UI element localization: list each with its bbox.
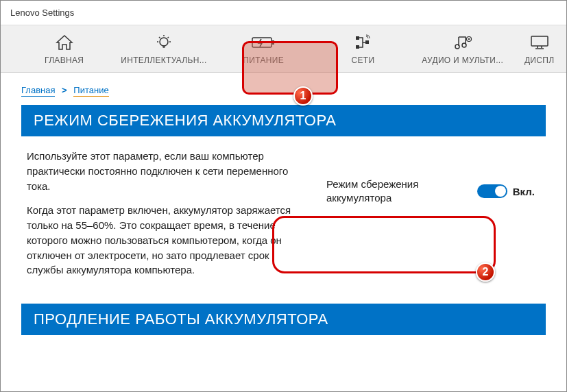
svg-rect-4	[356, 45, 359, 49]
home-icon	[56, 34, 73, 51]
tab-label: ГЛАВНАЯ	[45, 56, 84, 65]
breadcrumb: Главная > Питание	[21, 85, 546, 95]
svg-point-6	[455, 45, 459, 49]
battery-icon	[252, 34, 275, 51]
tab-label: ПИТАНИЕ	[243, 56, 284, 65]
window-title: Lenovo Settings	[10, 8, 74, 18]
tab-home[interactable]: ГЛАВНАЯ	[14, 25, 114, 72]
network-icon	[353, 34, 372, 51]
tab-label: ИНТЕЛЛЕКТУАЛЬН...	[121, 56, 206, 65]
app-window: Lenovo Settings ГЛАВНАЯ ИНТЕЛЛЕКТУАЛЬН..…	[0, 0, 567, 392]
svg-point-9	[468, 38, 469, 40]
section-battery-conservation-body: Используйте этот параметр, если ваш комп…	[21, 136, 546, 304]
tab-bar: ГЛАВНАЯ ИНТЕЛЛЕКТУАЛЬН... ПИТАНИЕ СЕТИ А…	[1, 25, 566, 73]
breadcrumb-separator: >	[62, 85, 67, 95]
switch-state-label: Вкл.	[513, 186, 535, 197]
tab-audio[interactable]: АУДИО И МУЛЬТИ...	[413, 25, 512, 72]
tab-smart[interactable]: ИНТЕЛЛЕКТУАЛЬН...	[114, 25, 213, 72]
tab-power[interactable]: ПИТАНИЕ	[214, 25, 313, 72]
battery-conservation-toggle-row: Режим сбережения аккумулятора Вкл.	[321, 173, 540, 210]
svg-point-0	[160, 38, 168, 46]
tab-label: ДИСПЛ	[524, 56, 554, 65]
tab-label: АУДИО И МУЛЬТИ...	[422, 56, 503, 65]
audio-icon	[453, 34, 472, 51]
svg-rect-5	[365, 40, 369, 44]
toggle-label: Режим сбережения аккумулятора	[326, 177, 465, 206]
window-titlebar: Lenovo Settings	[1, 1, 566, 25]
switch-knob	[495, 186, 506, 197]
display-icon	[530, 34, 549, 51]
breadcrumb-home-link[interactable]: Главная	[21, 85, 55, 97]
section-battery-conservation-header: РЕЖИМ СБЕРЕЖЕНИЯ АККУМУЛЯТОРА	[21, 105, 546, 136]
toggle-panel: Режим сбережения аккумулятора Вкл.	[321, 149, 540, 287]
content-area: Главная > Питание РЕЖИМ СБЕРЕЖЕНИЯ АККУМ…	[1, 73, 566, 391]
battery-conservation-switch[interactable]	[477, 184, 507, 198]
section-description: Используйте этот параметр, если ваш комп…	[27, 149, 304, 287]
bulb-icon	[156, 34, 172, 51]
svg-rect-2	[272, 40, 274, 45]
description-para-2: Когда этот параметр включен, аккумулятор…	[27, 203, 304, 278]
description-para-1: Используйте этот параметр, если ваш комп…	[27, 149, 304, 193]
breadcrumb-current[interactable]: Питание	[73, 85, 108, 97]
tab-display[interactable]: ДИСПЛ	[512, 25, 566, 72]
svg-rect-10	[531, 36, 548, 46]
tab-label: СЕТИ	[352, 56, 375, 65]
svg-point-7	[462, 43, 466, 47]
toggle-control: Вкл.	[477, 184, 535, 198]
section-extend-battery-header: ПРОДЛЕНИЕ РАБОТЫ АККУМУЛЯТОРА	[21, 304, 546, 335]
svg-rect-3	[356, 36, 359, 40]
tab-network[interactable]: СЕТИ	[313, 25, 413, 72]
svg-rect-1	[252, 38, 272, 47]
